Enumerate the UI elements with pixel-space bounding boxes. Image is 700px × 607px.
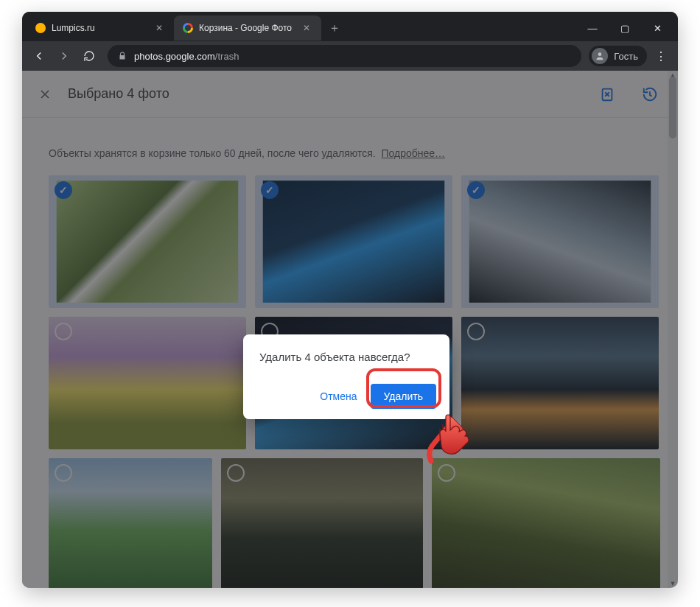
profile-chip[interactable]: Гость [589, 46, 647, 66]
tab-close-icon[interactable]: ✕ [153, 22, 165, 34]
back-button[interactable] [28, 45, 50, 67]
address-bar[interactable]: photos.google.com/trash [108, 45, 581, 67]
tab-label: Корзина - Google Фото [199, 23, 295, 33]
tab-strip: Lumpics.ru ✕ Корзина - Google Фото ✕ ＋ —… [22, 12, 678, 41]
tab-lumpics[interactable]: Lumpics.ru ✕ [27, 15, 174, 41]
window-controls: — ▢ ✕ [576, 15, 673, 41]
dialog-title: Удалить 4 объекта навсегда? [259, 351, 436, 363]
tab-google-photos-trash[interactable]: Корзина - Google Фото ✕ [174, 15, 321, 41]
browser-toolbar: photos.google.com/trash Гость ⋮ [22, 41, 678, 71]
profile-label: Гость [614, 51, 638, 62]
minimize-button[interactable]: — [576, 15, 609, 41]
svg-point-0 [598, 52, 602, 56]
tab-label: Lumpics.ru [52, 23, 147, 33]
forward-button[interactable] [53, 45, 75, 67]
avatar-icon [592, 48, 608, 64]
delete-confirm-button[interactable]: Удалить [371, 384, 436, 409]
reload-button[interactable] [78, 45, 100, 67]
cancel-button[interactable]: Отмена [312, 385, 364, 408]
lock-icon [118, 52, 127, 60]
page-content: Выбрано 4 фото Объекты хранятся в корзин… [22, 71, 678, 588]
modal-scrim[interactable] [22, 71, 678, 588]
browser-window: Lumpics.ru ✕ Корзина - Google Фото ✕ ＋ —… [22, 12, 678, 588]
dialog-actions: Отмена Удалить [259, 384, 436, 409]
new-tab-button[interactable]: ＋ [324, 18, 345, 38]
url-text: photos.google.com/trash [134, 51, 239, 62]
confirm-delete-dialog: Удалить 4 объекта навсегда? Отмена Удали… [243, 334, 449, 419]
browser-menu-button[interactable]: ⋮ [650, 45, 672, 67]
close-window-button[interactable]: ✕ [641, 15, 673, 41]
maximize-button[interactable]: ▢ [609, 15, 641, 41]
tab-close-icon[interactable]: ✕ [301, 22, 312, 34]
favicon-google-photos [183, 23, 193, 33]
favicon-lumpics [35, 23, 46, 33]
